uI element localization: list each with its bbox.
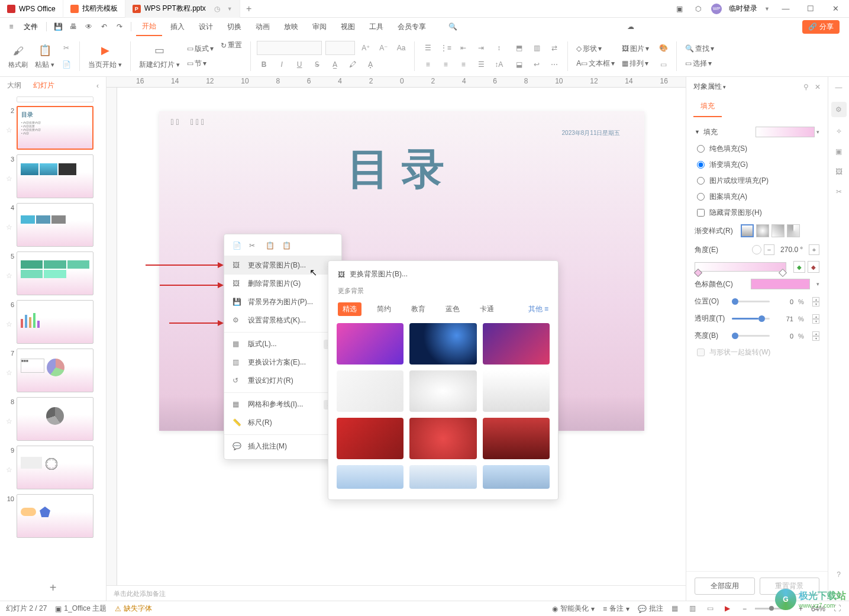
preview-icon[interactable]: 👁 bbox=[82, 20, 95, 33]
bg-option-3[interactable] bbox=[483, 323, 550, 365]
layout-button[interactable]: ▭ 版式 ▾ bbox=[185, 43, 216, 55]
menu-design[interactable]: 设计 bbox=[193, 18, 219, 36]
bg-option-5[interactable] bbox=[409, 370, 476, 412]
cm-save-bg[interactable]: 💾背景另存为图片(P)... bbox=[224, 293, 341, 311]
menu-tools[interactable]: 工具 bbox=[363, 18, 389, 36]
cm-bg-format[interactable]: ⚙设置背景格式(K)... bbox=[224, 311, 341, 330]
valign-top-icon[interactable]: ⬒ bbox=[512, 41, 526, 55]
strike-icon[interactable]: S̶ bbox=[310, 57, 324, 72]
star-icon[interactable]: ☆ bbox=[6, 320, 14, 328]
picture-button[interactable]: 🖼 图片 ▾ bbox=[619, 43, 651, 55]
find-button[interactable]: 🔍 查找 ▾ bbox=[683, 43, 716, 55]
rail-settings-icon[interactable]: ⚙ bbox=[831, 102, 847, 117]
cloud-icon[interactable]: ☁ bbox=[624, 20, 637, 33]
cm-change-bg[interactable]: 🖼更改背景图片(B)...› bbox=[224, 256, 341, 275]
font-size-input[interactable] bbox=[325, 41, 355, 55]
cm-reset-slide[interactable]: ↺重设幻灯片(R) bbox=[224, 372, 341, 390]
fill-color-icon[interactable]: 🎨 bbox=[656, 41, 670, 55]
view-reading-icon[interactable]: ▭ bbox=[707, 604, 716, 614]
beautify-button[interactable]: ◉ 智能美化 ▾ bbox=[552, 604, 595, 614]
increase-font-icon[interactable]: A⁺ bbox=[359, 41, 373, 55]
angle-increase-button[interactable]: + bbox=[809, 244, 819, 255]
bg-option-8[interactable] bbox=[409, 418, 476, 459]
menu-slideshow[interactable]: 放映 bbox=[278, 18, 304, 36]
bg-option-2[interactable] bbox=[409, 323, 476, 365]
convert-icon[interactable]: ⇄ bbox=[547, 41, 561, 55]
fill-section-header[interactable]: ▼填充▾ bbox=[695, 123, 819, 141]
menu-review[interactable]: 审阅 bbox=[306, 18, 333, 36]
cm-grid[interactable]: ▦网格和参考线(I)...› bbox=[224, 395, 341, 414]
bg-tab-simple[interactable]: 简约 bbox=[372, 302, 396, 316]
star-icon[interactable]: ☆ bbox=[6, 272, 14, 280]
stop-color-swatch[interactable] bbox=[751, 279, 810, 289]
slide-thumb-10[interactable] bbox=[17, 494, 93, 538]
underline-icon[interactable]: U bbox=[292, 57, 306, 72]
file-menu[interactable]: 文件 bbox=[20, 22, 41, 32]
valign-mid-icon[interactable]: ⬓ bbox=[512, 57, 526, 72]
rail-star-icon[interactable]: ✧ bbox=[833, 125, 845, 137]
view-slideshow-icon[interactable]: ▶ bbox=[725, 604, 734, 614]
app-tab-template[interactable]: 找稻壳模板 bbox=[63, 0, 125, 18]
bg-option-12[interactable] bbox=[483, 465, 550, 489]
bg-other-link[interactable]: 其他 ≡ bbox=[528, 304, 548, 314]
bullets-icon[interactable]: ☰ bbox=[421, 41, 435, 55]
rail-layers-icon[interactable]: ▣ bbox=[833, 146, 845, 157]
remove-stop-button[interactable]: ◆ bbox=[808, 261, 819, 273]
fill-preview-swatch[interactable] bbox=[756, 127, 815, 137]
slides-tab[interactable]: 幻灯片 bbox=[33, 80, 54, 91]
grad-style-radial[interactable] bbox=[756, 224, 769, 237]
close-button[interactable]: ✕ bbox=[827, 4, 844, 13]
pin-icon[interactable]: ⚲ bbox=[803, 83, 809, 91]
redo-icon[interactable]: ↷ bbox=[113, 20, 126, 33]
indent-right-icon[interactable]: ⇥ bbox=[474, 41, 488, 55]
login-dropdown-icon[interactable]: ▼ bbox=[764, 6, 770, 12]
grad-style-linear[interactable] bbox=[741, 224, 754, 237]
clear-format-icon[interactable]: A͓ bbox=[363, 57, 377, 72]
cut-icon[interactable]: ✂ bbox=[59, 41, 73, 55]
more-para-icon[interactable]: ⋯ bbox=[547, 57, 561, 72]
app-tab-document[interactable]: PWPS PPT教程.pptx◷▼ bbox=[125, 0, 240, 18]
font-color-icon[interactable]: A̲ bbox=[328, 57, 342, 72]
star-icon[interactable]: ☆ bbox=[6, 126, 14, 134]
rail-image-icon[interactable]: 🖼 bbox=[833, 166, 845, 178]
spin-down[interactable]: ▾ bbox=[812, 336, 819, 341]
view-sorter-icon[interactable]: ▥ bbox=[689, 604, 699, 614]
pattern-fill-radio[interactable] bbox=[697, 193, 705, 201]
align-left-icon[interactable]: ≡ bbox=[421, 57, 435, 72]
play-current-button[interactable]: ▶当页开始 ▾ bbox=[86, 42, 124, 70]
bg-replace-link[interactable]: 更换背景图片(B)... bbox=[350, 269, 408, 279]
menu-start[interactable]: 开始 bbox=[136, 17, 162, 36]
copy-icon[interactable]: 📄 bbox=[233, 241, 243, 252]
picture-fill-radio[interactable] bbox=[697, 177, 705, 185]
spin-up[interactable]: ▴ bbox=[812, 331, 819, 336]
app-tab-wps[interactable]: WPS Office bbox=[0, 0, 63, 18]
theme-indicator[interactable]: ▣ 1_Office 主题 bbox=[55, 604, 106, 614]
bg-tab-education[interactable]: 教育 bbox=[406, 302, 430, 316]
slide-thumb-4[interactable] bbox=[17, 203, 93, 247]
brightness-slider[interactable] bbox=[732, 335, 770, 337]
star-icon[interactable]: ☆ bbox=[6, 223, 14, 231]
bg-option-7[interactable] bbox=[337, 418, 403, 459]
transparency-slider[interactable] bbox=[732, 318, 770, 320]
paste-special-icon[interactable]: 📋 bbox=[282, 241, 293, 252]
slide-thumb-5[interactable] bbox=[17, 251, 93, 295]
apply-all-button[interactable]: 全部应用 bbox=[695, 578, 755, 595]
cm-ruler[interactable]: 📏标尺(R) bbox=[224, 414, 341, 432]
cm-layout[interactable]: ▦版式(L)...› bbox=[224, 335, 341, 353]
sections-button[interactable]: ▭ 节 ▾ bbox=[185, 57, 216, 70]
undo-icon[interactable]: ↶ bbox=[98, 20, 111, 33]
angle-dial[interactable] bbox=[752, 245, 761, 254]
slide-thumb-9[interactable] bbox=[17, 446, 93, 489]
gradient-fill-radio[interactable] bbox=[697, 161, 705, 169]
add-stop-button[interactable]: ◆ bbox=[793, 261, 805, 273]
bg-option-11[interactable] bbox=[409, 465, 476, 489]
wrap-icon[interactable]: ↩ bbox=[530, 57, 544, 72]
hide-bg-checkbox[interactable] bbox=[697, 209, 705, 217]
grad-style-path[interactable] bbox=[787, 224, 800, 237]
spin-up[interactable]: ▴ bbox=[812, 314, 819, 319]
arrange-button[interactable]: ▦ 排列 ▾ bbox=[619, 57, 651, 70]
thumb-sliver[interactable] bbox=[17, 96, 93, 102]
star-icon[interactable]: ☆ bbox=[6, 369, 14, 377]
print-icon[interactable]: 🖶 bbox=[67, 20, 80, 33]
new-slide-button[interactable]: ▭新建幻灯片 ▾ bbox=[137, 42, 182, 70]
